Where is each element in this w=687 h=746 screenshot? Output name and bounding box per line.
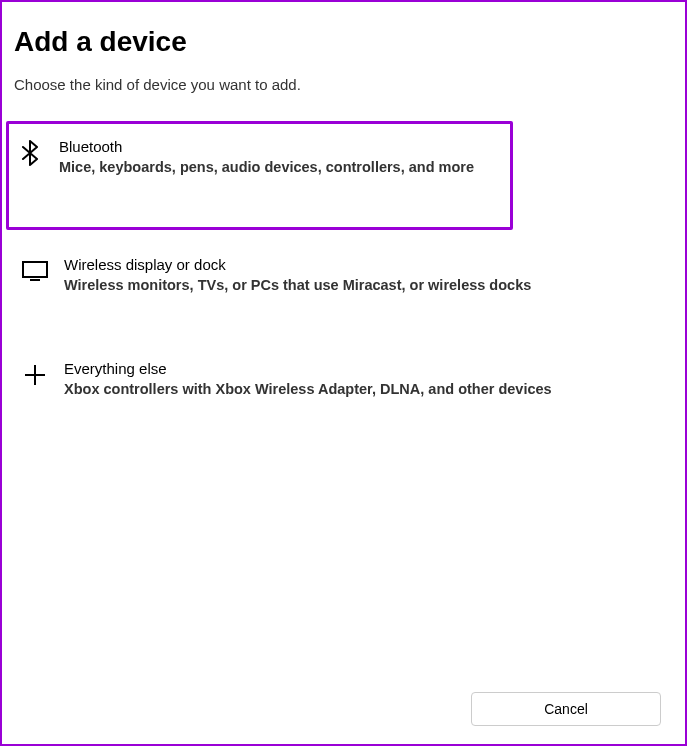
- device-option-bluetooth[interactable]: Bluetooth Mice, keyboards, pens, audio d…: [6, 121, 513, 230]
- device-option-title: Bluetooth: [59, 138, 502, 155]
- device-option-description: Mice, keyboards, pens, audio devices, co…: [59, 157, 502, 177]
- bluetooth-icon: [17, 140, 43, 166]
- device-option-description: Xbox controllers with Xbox Wireless Adap…: [64, 379, 665, 399]
- device-option-title: Wireless display or dock: [64, 256, 665, 273]
- cancel-button[interactable]: Cancel: [471, 692, 661, 726]
- dialog-title: Add a device: [14, 26, 673, 58]
- dialog-subtitle: Choose the kind of device you want to ad…: [14, 76, 673, 93]
- svg-rect-0: [23, 262, 47, 277]
- plus-icon: [22, 362, 48, 388]
- device-option-wireless-display[interactable]: Wireless display or dock Wireless monito…: [14, 242, 673, 313]
- device-option-title: Everything else: [64, 360, 665, 377]
- device-option-description: Wireless monitors, TVs, or PCs that use …: [64, 275, 665, 295]
- device-option-everything-else[interactable]: Everything else Xbox controllers with Xb…: [14, 346, 673, 417]
- monitor-icon: [22, 258, 48, 284]
